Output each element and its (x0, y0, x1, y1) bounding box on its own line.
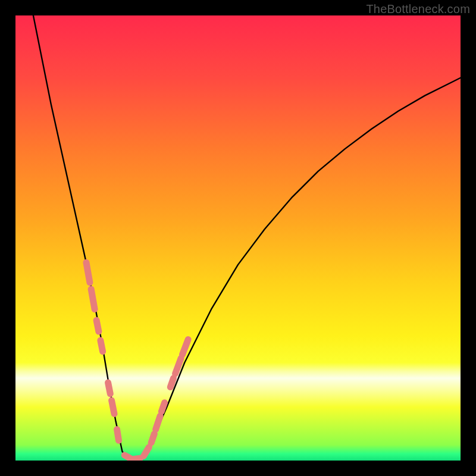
outer-frame: TheBottleneck.com (0, 0, 476, 476)
gradient-bg (15, 15, 461, 461)
dash-marker (101, 340, 103, 352)
dash-marker (133, 458, 140, 459)
chart-svg (15, 15, 461, 461)
watermark-text: TheBottleneck.com (366, 2, 470, 16)
dash-marker (91, 289, 95, 309)
dash-marker (112, 400, 114, 414)
dash-marker (170, 378, 173, 387)
plot-area (15, 15, 461, 461)
dash-marker (124, 455, 130, 458)
dash-marker (143, 447, 149, 456)
dash-marker (151, 434, 154, 443)
dash-marker (96, 320, 99, 331)
dash-marker (156, 416, 160, 429)
dash-marker (86, 262, 90, 283)
dash-marker (117, 430, 119, 441)
dash-marker (161, 403, 164, 412)
dash-marker (108, 383, 111, 394)
